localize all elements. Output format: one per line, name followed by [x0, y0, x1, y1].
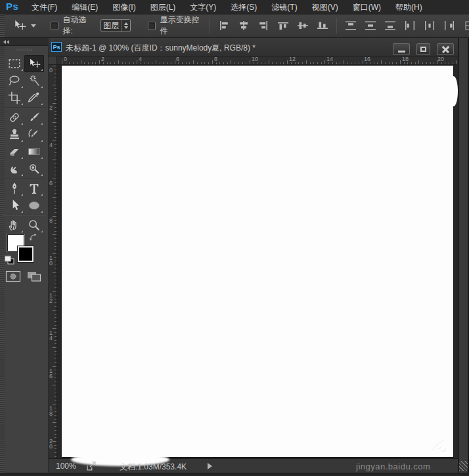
distribute-bottom-edges-icon[interactable]: [384, 20, 396, 31]
brush-icon: [27, 110, 41, 125]
mode-buttons: [0, 270, 49, 284]
align-horizontal-centers-icon[interactable]: [238, 20, 250, 31]
clipped-option-icon[interactable]: [464, 20, 469, 31]
lasso-icon: [7, 74, 22, 88]
h-ruler-label: 18: [402, 56, 409, 62]
distribute-right-edges-icon[interactable]: [443, 20, 455, 31]
v-ruler-label: 4: [49, 142, 54, 148]
menu-help[interactable]: 帮助(H): [388, 0, 430, 14]
tool-separator: [3, 178, 46, 179]
eyedropper-icon: [27, 91, 41, 105]
eraser-tool-button[interactable]: [5, 143, 24, 160]
pen-icon: [7, 181, 22, 196]
h-ruler-label: 16: [364, 56, 370, 62]
healing-brush-tool-button[interactable]: [5, 109, 24, 126]
minimize-button[interactable]: [393, 43, 410, 55]
vertical-ruler[interactable]: 0 2 4 6 8 10 12 14 16 18 20: [49, 65, 57, 458]
ruler-origin-corner[interactable]: [49, 56, 57, 65]
photoshop-window: Ps 文件(F) 编辑(E) 图像(I) 图层(L) 文字(Y) 选择(S) 滤…: [0, 0, 469, 476]
options-bar: 自动选择: 图层 显示变换控件: [0, 14, 469, 38]
dodge-tool-button[interactable]: [24, 160, 44, 177]
distribute-vertical-centers-icon[interactable]: [365, 20, 376, 31]
h-ruler-label: 8: [214, 56, 217, 62]
marquee-tool-button[interactable]: [5, 55, 24, 72]
document-ps-icon: Ps: [51, 42, 62, 52]
path-select-icon: [7, 198, 22, 213]
tool-preset-caret-icon[interactable]: [31, 24, 36, 28]
resize-grip[interactable]: [459, 461, 468, 471]
gradient-tool-button[interactable]: [24, 143, 44, 160]
hand-tool-button[interactable]: [5, 217, 24, 234]
menu-edit[interactable]: 编辑(E): [64, 0, 105, 14]
menu-image[interactable]: 图像(I): [105, 0, 143, 14]
marquee-icon: [7, 56, 22, 71]
share-icon[interactable]: [85, 461, 97, 471]
show-transform-label: 显示变换控件: [160, 14, 202, 37]
align-left-edges-icon[interactable]: [218, 20, 230, 31]
magic-wand-tool-button[interactable]: [24, 72, 44, 89]
align-bottom-edges-icon[interactable]: [317, 20, 328, 31]
pen-tool-button[interactable]: [5, 180, 24, 197]
h-ruler-label: 12: [289, 56, 296, 62]
menu-select[interactable]: 选择(S): [223, 0, 264, 14]
auto-select-target-dropdown[interactable]: 图层: [100, 19, 131, 32]
background-color-swatch[interactable]: [18, 246, 34, 262]
type-tool-button[interactable]: [24, 180, 44, 197]
h-ruler-label: 0: [64, 56, 67, 62]
align-vertical-centers-icon[interactable]: [297, 20, 309, 31]
auto-select-target-value: 图层: [101, 20, 122, 32]
menu-file[interactable]: 文件(F): [24, 0, 64, 14]
options-bar-grip[interactable]: [0, 14, 5, 37]
distribute-left-edges-icon[interactable]: [404, 20, 416, 31]
dropdown-stepper-icon[interactable]: [122, 20, 130, 32]
menu-view[interactable]: 视图(V): [305, 0, 346, 14]
brush-tool-button[interactable]: [24, 109, 44, 126]
status-menu-arrow-icon[interactable]: [208, 463, 212, 469]
align-top-edges-icon[interactable]: [277, 20, 289, 31]
quick-mask-button[interactable]: [5, 270, 21, 282]
move-tool-icon: [12, 18, 27, 33]
zoom-tool-button[interactable]: [24, 217, 44, 234]
horizontal-ruler[interactable]: 0 2 4 6 8 10 12 14 16 18 20: [57, 56, 458, 65]
document-title-bar[interactable]: Ps 未标题-1 @ 100% (百度ID：sunnyMelody夏, RGB/…: [49, 38, 458, 56]
screen-mode-icon: [26, 270, 42, 282]
align-right-edges-icon[interactable]: [257, 20, 269, 31]
path-select-tool-button[interactable]: [5, 197, 24, 214]
ellipse-tool-button[interactable]: [24, 197, 44, 214]
crop-tool-button[interactable]: [5, 89, 24, 106]
document-size-info[interactable]: 文档:1.03M/353.4K: [120, 462, 187, 473]
document-window: Ps 未标题-1 @ 100% (百度ID：sunnyMelody夏, RGB/…: [49, 38, 458, 473]
smudge-tool-button[interactable]: [5, 160, 24, 177]
swap-colors-icon[interactable]: [29, 233, 37, 242]
v-ruler-label: 2: [49, 105, 54, 110]
maximize-button[interactable]: [416, 43, 430, 55]
move-tool-button[interactable]: [24, 55, 44, 72]
default-colors-icon[interactable]: [4, 255, 15, 265]
lasso-tool-button[interactable]: [5, 72, 24, 89]
zoom-level-field[interactable]: 100%: [56, 462, 76, 471]
distribute-top-edges-icon[interactable]: [345, 20, 357, 31]
collapse-panel-icon[interactable]: [3, 40, 9, 44]
clone-stamp-tool-button[interactable]: [5, 126, 24, 143]
menu-type[interactable]: 文字(Y): [183, 0, 223, 14]
h-ruler-label: 2: [101, 56, 104, 62]
menu-filter[interactable]: 滤镜(T): [264, 0, 304, 14]
v-ruler-label: 20: [49, 439, 54, 449]
ellipse-icon: [27, 198, 41, 213]
history-brush-tool-button[interactable]: [24, 126, 44, 143]
menu-window[interactable]: 窗口(W): [346, 0, 388, 14]
close-button[interactable]: [437, 43, 454, 55]
show-transform-checkbox[interactable]: [148, 22, 156, 30]
eyedropper-tool-button[interactable]: [24, 89, 44, 106]
watermark-text: jingyan.baidu.com: [356, 462, 430, 471]
right-dock-edge: [458, 38, 469, 473]
v-ruler-label: 12: [49, 293, 54, 303]
distribute-horizontal-centers-icon[interactable]: [424, 20, 436, 31]
tool-panel-grip[interactable]: [16, 49, 33, 51]
h-ruler-label: 14: [326, 56, 333, 62]
auto-select-checkbox[interactable]: [51, 22, 58, 30]
dodge-icon: [27, 162, 41, 176]
menu-layer[interactable]: 图层(L): [143, 0, 183, 14]
screen-mode-button[interactable]: [26, 270, 42, 282]
canvas[interactable]: [62, 66, 453, 457]
